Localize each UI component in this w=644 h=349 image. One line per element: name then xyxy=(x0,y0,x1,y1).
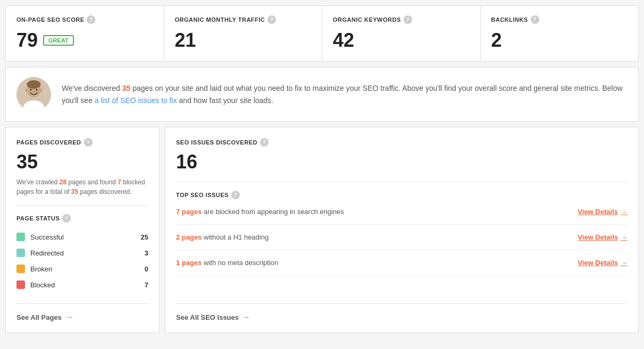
seo-issues-panel: SEO ISSUES DISCOVERED ? 16 TOP SEO ISSUE… xyxy=(165,127,639,333)
message-prefix: We've discovered xyxy=(62,84,122,92)
pages-divider xyxy=(16,205,148,206)
pages-title-label: PAGES DISCOVERED xyxy=(16,139,81,146)
view-details-label-2: View Details xyxy=(578,233,618,241)
metric-title-keywords: ORGANIC KEYWORDS ? xyxy=(333,15,470,24)
dot-blocked xyxy=(16,280,25,289)
desc-total: 35 xyxy=(71,188,78,195)
svg-point-3 xyxy=(27,80,41,89)
pages-description: We've crawled 28 pages and found 7 block… xyxy=(16,177,148,197)
help-icon-status[interactable]: ? xyxy=(62,214,71,223)
metric-label-keywords: ORGANIC KEYWORDS xyxy=(333,16,401,23)
arrow-2: → xyxy=(621,233,628,241)
issue-text-1: 7 pages are blocked from appearing in se… xyxy=(176,208,578,216)
top-issues-label: TOP SEO ISSUES xyxy=(176,192,229,198)
svg-point-6 xyxy=(25,88,28,92)
desc-blocked: 7 xyxy=(118,178,121,186)
view-details-link-3[interactable]: View Details → xyxy=(578,259,628,267)
message-suffix: and how fast your site loads. xyxy=(177,96,273,105)
svg-point-5 xyxy=(36,89,38,91)
message-banner: We've discovered 35 pages on your site a… xyxy=(5,67,639,122)
status-count-successful: 25 xyxy=(141,233,148,241)
see-all-pages-link[interactable]: See All Pages → xyxy=(16,303,148,322)
seo-issues-title: SEO ISSUES DISCOVERED ? xyxy=(176,138,628,147)
help-icon-seo[interactable]: ? xyxy=(87,15,95,24)
desc-prefix: We've crawled xyxy=(16,178,60,186)
metric-card-traffic: ORGANIC MONTHLY TRAFFIC ? 21 xyxy=(164,6,323,61)
message-text: We've discovered 35 pages on your site a… xyxy=(62,82,628,106)
metric-title-traffic: ORGANIC MONTHLY TRAFFIC ? xyxy=(175,15,312,24)
help-icon-traffic[interactable]: ? xyxy=(267,15,276,24)
issue-desc-1: are blocked from appearing in search eng… xyxy=(202,208,344,216)
dot-redirected xyxy=(16,249,25,257)
issue-row-1: 7 pages are blocked from appearing in se… xyxy=(176,199,628,225)
avatar xyxy=(16,77,51,112)
pages-count: 35 xyxy=(16,151,148,173)
message-highlight1: 35 xyxy=(122,84,131,92)
page-status-label: PAGE STATUS xyxy=(16,215,60,222)
issue-row-3: 1 pages with no meta description View De… xyxy=(176,250,628,276)
metric-label-backlinks: BACKLINKS xyxy=(491,16,528,23)
view-details-link-1[interactable]: View Details → xyxy=(578,208,628,216)
issue-desc-2: without a H1 heading xyxy=(202,233,269,241)
metric-title-seo: ON-PAGE SEO SCORE ? xyxy=(16,15,153,24)
help-icon-seo-issues[interactable]: ? xyxy=(260,138,269,147)
seo-issues-count: 16 xyxy=(176,151,628,173)
seo-badge: GREAT xyxy=(43,35,74,46)
status-item-broken: Broken 0 xyxy=(16,261,148,277)
metric-value-backlinks: 2 xyxy=(491,29,628,52)
issue-desc-3: with no meta description xyxy=(202,259,278,267)
status-label-redirected: Redirected xyxy=(30,249,64,257)
view-details-label-3: View Details xyxy=(578,259,618,267)
message-link[interactable]: a list of SEO issues to fix xyxy=(95,96,177,105)
seo-score-number: 79 xyxy=(16,29,38,52)
desc-mid: pages and found xyxy=(66,178,118,186)
help-icon-backlinks[interactable]: ? xyxy=(531,15,539,24)
status-count-redirected: 3 xyxy=(145,249,148,257)
arrow-3: → xyxy=(621,259,628,267)
status-label-broken: Broken xyxy=(30,265,52,273)
svg-point-4 xyxy=(30,89,32,91)
status-list: Successful 25 Redirected 3 Broken 0 Bloc… xyxy=(16,229,148,293)
status-item-blocked: Blocked 7 xyxy=(16,277,148,293)
help-icon-top-issues[interactable]: ? xyxy=(231,191,240,199)
issue-row-2: 2 pages without a H1 heading View Detail… xyxy=(176,225,628,250)
pages-discovered-panel: PAGES DISCOVERED ? 35 We've crawled 28 p… xyxy=(5,127,160,333)
issue-highlight-2: 2 pages xyxy=(176,233,202,241)
issue-text-2: 2 pages without a H1 heading xyxy=(176,233,578,241)
seo-issues-divider xyxy=(176,182,628,182)
status-label-blocked: Blocked xyxy=(30,281,55,289)
arrow-1: → xyxy=(621,208,628,216)
bottom-row: PAGES DISCOVERED ? 35 We've crawled 28 p… xyxy=(5,127,639,333)
desc-crawled: 28 xyxy=(60,178,66,186)
see-all-seo-link[interactable]: See All SEO Issues → xyxy=(176,303,628,322)
metric-value-seo: 79 GREAT xyxy=(16,29,153,52)
metric-value-keywords: 42 xyxy=(333,29,470,52)
pages-discovered-title: PAGES DISCOVERED ? xyxy=(16,138,148,147)
help-icon-keywords[interactable]: ? xyxy=(404,15,412,24)
page-status-title: PAGE STATUS ? xyxy=(16,214,148,223)
metric-card-keywords: ORGANIC KEYWORDS ? 42 xyxy=(322,6,481,61)
metrics-row: ON-PAGE SEO SCORE ? 79 GREAT ORGANIC MON… xyxy=(5,5,639,62)
svg-point-7 xyxy=(39,88,43,92)
top-issues-title: TOP SEO ISSUES ? xyxy=(176,191,628,199)
view-details-label-1: View Details xyxy=(578,208,618,216)
status-label-successful: Successful xyxy=(30,233,64,241)
page-wrapper: ON-PAGE SEO SCORE ? 79 GREAT ORGANIC MON… xyxy=(0,0,644,338)
metric-card-backlinks: BACKLINKS ? 2 xyxy=(481,6,639,61)
backlinks-number: 2 xyxy=(491,29,502,52)
issue-highlight-1: 7 pages xyxy=(176,208,202,216)
traffic-number: 21 xyxy=(175,29,196,52)
metric-label-seo: ON-PAGE SEO SCORE xyxy=(16,16,84,23)
desc-suffix: pages discovered. xyxy=(78,188,132,195)
see-all-seo-arrow: → xyxy=(242,312,250,322)
keywords-number: 42 xyxy=(333,29,354,52)
status-count-blocked: 7 xyxy=(145,281,148,289)
status-item-successful: Successful 25 xyxy=(16,229,148,245)
view-details-link-2[interactable]: View Details → xyxy=(578,233,628,241)
see-all-seo-label: See All SEO Issues xyxy=(176,313,239,321)
dot-successful xyxy=(16,233,25,241)
issue-text-3: 1 pages with no meta description xyxy=(176,259,578,267)
issue-highlight-3: 1 pages xyxy=(176,259,202,267)
status-count-broken: 0 xyxy=(145,265,148,273)
help-icon-pages[interactable]: ? xyxy=(84,138,93,147)
